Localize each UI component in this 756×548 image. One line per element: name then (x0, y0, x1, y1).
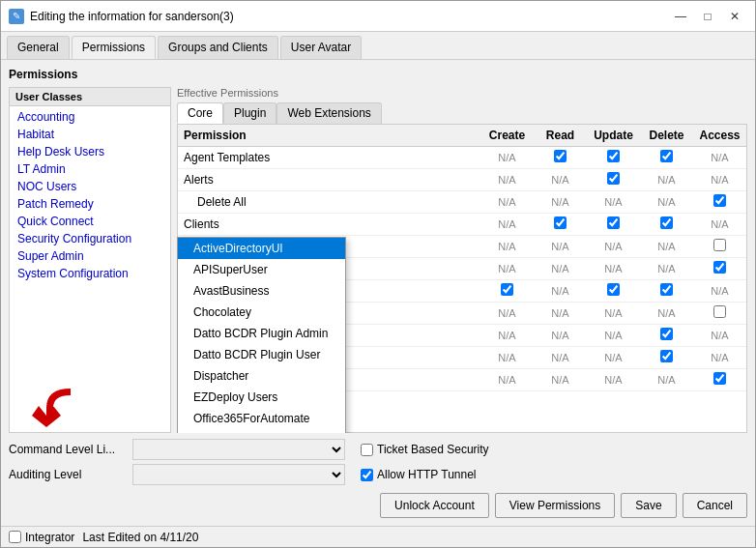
user-classes-list[interactable]: Accounting Habitat Help Desk Users LT Ad… (10, 106, 170, 374)
perm-delete[interactable] (640, 325, 693, 347)
perm-delete[interactable] (640, 280, 693, 303)
perm-create: N/A (480, 303, 534, 325)
user-class-item[interactable]: Habitat (10, 126, 170, 143)
tab-general[interactable]: General (7, 36, 70, 59)
integrator-checkbox[interactable] (9, 531, 21, 543)
perm-read[interactable] (534, 214, 587, 236)
effective-permissions-header: Effective Permissions (177, 87, 747, 99)
dropdown-item[interactable]: Dispatcher (178, 365, 345, 387)
dropdown-menu[interactable]: ActiveDirectoryUI APISuperUser AvastBusi… (177, 237, 346, 433)
perm-read: N/A (534, 325, 587, 347)
perm-delete[interactable] (640, 147, 693, 169)
perm-delete[interactable] (640, 214, 693, 236)
perm-access: N/A (693, 347, 746, 369)
perm-create: N/A (480, 258, 534, 280)
sub-tabs: Core Plugin Web Extensions (177, 102, 747, 124)
sub-tab-plugin[interactable]: Plugin (223, 102, 276, 124)
title-bar: ✎ Editing the information for sanderson(… (1, 1, 755, 32)
bottom-row-command: Command Level Li... Ticket Based Securit… (9, 439, 747, 460)
perm-create: N/A (480, 214, 534, 236)
dropdown-item[interactable]: EZDeploy Users (178, 387, 345, 408)
col-create: Create (480, 125, 534, 147)
dropdown-item[interactable]: APISuperUser (178, 259, 345, 280)
main-panel: User Classes Accounting Habitat Help Des… (9, 87, 747, 433)
perm-create[interactable] (480, 280, 534, 303)
perm-update[interactable] (587, 214, 640, 236)
user-class-item[interactable]: Patch Remedy (10, 195, 170, 213)
command-level-select[interactable] (132, 439, 345, 460)
sub-tab-web-extensions[interactable]: Web Extensions (276, 102, 382, 124)
dropdown-item[interactable]: Office365ForAutomate (178, 408, 345, 429)
table-row: Clients N/A N/A (178, 214, 746, 236)
sub-tab-core[interactable]: Core (177, 102, 223, 124)
perm-create: N/A (480, 169, 534, 191)
perm-access[interactable] (693, 258, 746, 280)
perm-update: N/A (587, 258, 640, 280)
perm-access: N/A (693, 325, 746, 347)
perm-read: N/A (534, 258, 587, 280)
window-controls: — □ ✕ (668, 7, 747, 26)
perm-read[interactable] (534, 147, 587, 169)
perm-access[interactable] (693, 191, 746, 214)
table-row: Delete All N/A N/A N/A N/A (178, 191, 746, 214)
perm-delete: N/A (640, 191, 693, 214)
perm-access[interactable] (693, 369, 746, 391)
view-permissions-button[interactable]: View Permissions (495, 493, 615, 518)
auditing-level-select[interactable] (132, 464, 345, 485)
perm-read: N/A (534, 169, 587, 191)
perm-access[interactable] (693, 303, 746, 325)
tab-permissions[interactable]: Permissions (72, 36, 156, 59)
perm-read: N/A (534, 280, 587, 303)
perm-update[interactable] (587, 147, 640, 169)
user-class-item[interactable]: Super Admin (10, 247, 170, 265)
perm-update[interactable] (587, 169, 640, 191)
command-level-label: Command Level Li... (9, 443, 125, 456)
user-classes-header: User Classes (10, 88, 170, 106)
perm-access: N/A (693, 280, 746, 303)
user-class-item[interactable]: System Configuration (10, 265, 170, 282)
ticket-based-security-checkbox[interactable] (361, 444, 373, 456)
perm-update[interactable] (587, 280, 640, 303)
maximize-button[interactable]: □ (695, 7, 720, 26)
title-bar-left: ✎ Editing the information for sanderson(… (9, 9, 234, 24)
allow-http-tunnel-checkbox[interactable] (361, 469, 373, 481)
user-class-item[interactable]: Quick Connect (10, 213, 170, 230)
close-button[interactable]: ✕ (722, 7, 747, 26)
perm-create: N/A (480, 147, 534, 169)
dropdown-item[interactable]: ActiveDirectoryUI (178, 238, 345, 259)
perm-create: N/A (480, 347, 534, 369)
dropdown-item[interactable]: Datto BCDR Plugin Admin (178, 323, 345, 344)
perm-update: N/A (587, 191, 640, 214)
dropdown-item[interactable]: Chocolatey (178, 302, 345, 323)
dropdown-item[interactable]: PFSense Manager (178, 429, 345, 433)
perm-update: N/A (587, 236, 640, 258)
minimize-button[interactable]: — (668, 7, 693, 26)
perm-delete: N/A (640, 303, 693, 325)
user-class-item[interactable]: NOC Users (10, 178, 170, 195)
bottom-buttons: Unlock Account View Permissions Save Can… (9, 493, 747, 518)
allow-http-tunnel-label: Allow HTTP Tunnel (377, 468, 477, 481)
perm-access: N/A (693, 169, 746, 191)
col-read: Read (534, 125, 587, 147)
save-button[interactable]: Save (621, 493, 676, 518)
perm-delete[interactable] (640, 347, 693, 369)
cancel-button[interactable]: Cancel (683, 493, 747, 518)
perm-access[interactable] (693, 236, 746, 258)
perm-delete: N/A (640, 236, 693, 258)
user-class-item[interactable]: LT Admin (10, 160, 170, 178)
bottom-row-auditing: Auditing Level Allow HTTP Tunnel (9, 464, 747, 485)
bottom-panel: Command Level Li... Ticket Based Securit… (9, 433, 747, 518)
user-class-item[interactable]: Help Desk Users (10, 143, 170, 160)
dropdown-item[interactable]: AvastBusiness (178, 280, 345, 302)
tab-groups-clients[interactable]: Groups and Clients (158, 36, 278, 59)
unlock-account-button[interactable]: Unlock Account (380, 493, 489, 518)
user-class-item[interactable]: Accounting (10, 108, 170, 126)
perm-read: N/A (534, 191, 587, 214)
user-class-item[interactable]: Security Configuration (10, 230, 170, 247)
perm-create: N/A (480, 191, 534, 214)
tab-user-avatar[interactable]: User Avatar (280, 36, 362, 59)
dropdown-item[interactable]: Datto BCDR Plugin User (178, 344, 345, 365)
red-arrow-icon (17, 379, 85, 427)
tab-bar: General Permissions Groups and Clients U… (1, 32, 755, 60)
perm-update: N/A (587, 303, 640, 325)
